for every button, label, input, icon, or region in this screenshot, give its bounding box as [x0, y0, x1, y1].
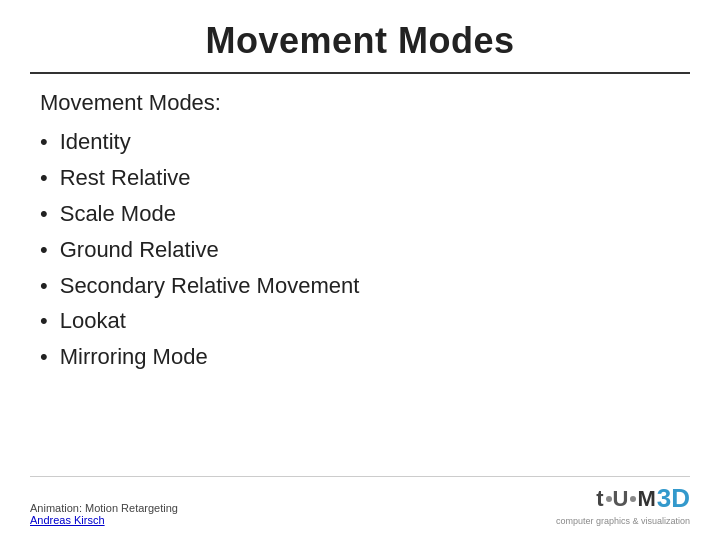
list-item: • Rest Relative	[40, 162, 690, 194]
tum-logo: tUM 3D	[596, 483, 690, 514]
item-text: Identity	[60, 126, 131, 158]
bullet-list: • Identity • Rest Relative • Scale Mode …	[40, 126, 690, 373]
title-area: Movement Modes	[30, 20, 690, 74]
bullet-icon: •	[40, 162, 48, 194]
footer-left: Animation: Motion Retargeting Andreas Ki…	[30, 502, 178, 526]
footer: Animation: Motion Retargeting Andreas Ki…	[30, 476, 690, 526]
item-text: Mirroring Mode	[60, 341, 208, 373]
item-text: Lookat	[60, 305, 126, 337]
slide: Movement Modes Movement Modes: • Identit…	[0, 0, 720, 540]
item-text: Scale Mode	[60, 198, 176, 230]
bullet-icon: •	[40, 341, 48, 373]
footer-tagline: computer graphics & visualization	[556, 516, 690, 526]
list-item: • Identity	[40, 126, 690, 158]
section-header: Movement Modes:	[40, 90, 690, 116]
bullet-icon: •	[40, 198, 48, 230]
bullet-icon: •	[40, 270, 48, 302]
list-item: • Ground Relative	[40, 234, 690, 266]
footer-author-link[interactable]: Andreas Kirsch	[30, 514, 178, 526]
list-item: • Scale Mode	[40, 198, 690, 230]
bullet-icon: •	[40, 126, 48, 158]
list-item: • Mirroring Mode	[40, 341, 690, 373]
bullet-icon: •	[40, 305, 48, 337]
slide-title: Movement Modes	[30, 20, 690, 62]
footer-brand: tUM 3D computer graphics & visualization	[556, 483, 690, 526]
bullet-icon: •	[40, 234, 48, 266]
item-text: Secondary Relative Movement	[60, 270, 360, 302]
three-d-label: 3D	[657, 483, 690, 514]
content-area: Movement Modes: • Identity • Rest Relati…	[30, 90, 690, 373]
list-item: • Secondary Relative Movement	[40, 270, 690, 302]
item-text: Ground Relative	[60, 234, 219, 266]
item-text: Rest Relative	[60, 162, 191, 194]
footer-course: Animation: Motion Retargeting	[30, 502, 178, 514]
tum-letters: tUM	[596, 486, 657, 512]
list-item: • Lookat	[40, 305, 690, 337]
